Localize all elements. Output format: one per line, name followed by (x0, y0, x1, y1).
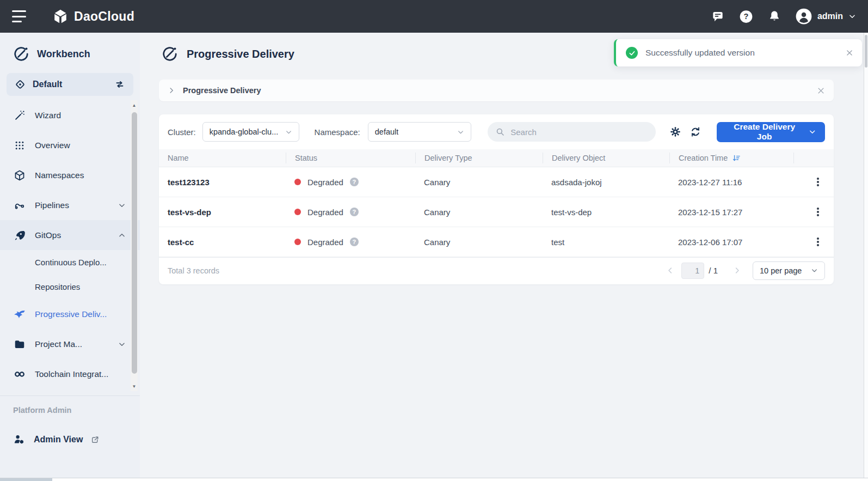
status-help-icon[interactable]: ? (350, 238, 359, 246)
next-page-icon[interactable] (731, 266, 743, 275)
daocloud-cube-icon (52, 8, 69, 25)
infinity-icon (13, 368, 26, 381)
sidebar-scrollbar[interactable]: ▲ ▼ (131, 100, 138, 391)
chevron-down-icon (118, 202, 126, 209)
sidebar-item-label: Namespaces (35, 171, 84, 180)
avatar (796, 8, 812, 25)
row-actions (793, 175, 834, 188)
table-row[interactable]: test123123 Degraded ? Canary asdsada-jok… (159, 167, 834, 197)
navbar-actions: ? admin (711, 8, 856, 25)
scroll-up-icon[interactable]: ▲ (131, 101, 138, 109)
success-check-icon (626, 47, 638, 59)
status-label: Degraded (307, 238, 343, 247)
create-delivery-job-button[interactable]: Create Delivery Job (717, 122, 825, 142)
scroll-down-icon[interactable]: ▼ (131, 382, 138, 390)
sidebar-item-toolchain-integration[interactable]: Toolchain Integrat... (0, 359, 140, 389)
pipeline-icon (13, 199, 26, 211)
messages-icon[interactable] (711, 9, 725, 23)
workspace-name: Default (33, 80, 62, 89)
sidebar-item-gitops[interactable]: GitOps (0, 220, 140, 250)
scrollbar-thumb[interactable] (0, 478, 52, 481)
sidebar-item-namespaces[interactable]: Namespaces (0, 160, 140, 190)
job-name[interactable]: test-cc (159, 238, 286, 247)
workbench-icon (13, 46, 29, 62)
search-input[interactable] (510, 127, 641, 137)
delivery-type: Canary (415, 238, 543, 247)
sidebar-item-overview[interactable]: Overview (0, 130, 140, 160)
status-dot-degraded (294, 239, 301, 245)
namespace-select[interactable]: default (368, 122, 471, 142)
table-row[interactable]: test-cc Degraded ? Canary test 2023-12-0… (159, 227, 834, 257)
chevron-down-icon (285, 129, 292, 136)
page-number-input[interactable] (681, 263, 704, 279)
platform-admin-label: Platform Admin (0, 396, 140, 415)
sidebar-item-admin-view[interactable]: Admin View (0, 415, 140, 446)
sidebar-item-continuous-deployment[interactable]: Continuous Deplo... (0, 250, 140, 275)
breadcrumb-close-icon[interactable] (817, 87, 825, 95)
status-help-icon[interactable]: ? (350, 178, 359, 186)
column-header-actions (793, 153, 834, 163)
namespace-select-value: default (375, 127, 399, 136)
page-horizontal-scrollbar[interactable] (0, 478, 868, 481)
sidebar-item-label: Toolchain Integrat... (35, 369, 108, 379)
sidebar-item-label: Progressive Deliv... (35, 309, 107, 319)
wand-icon (13, 109, 26, 121)
cluster-label: Cluster: (168, 127, 196, 137)
sidebar-item-label: Overview (35, 141, 70, 150)
job-name[interactable]: test-vs-dep (159, 208, 286, 217)
toast-close-icon[interactable] (846, 49, 853, 57)
per-page-select[interactable]: 10 per page (753, 261, 825, 280)
sidebar-item-pipelines[interactable]: Pipelines (0, 190, 140, 220)
creation-time: 2023-12-15 17:27 (669, 208, 793, 217)
sidebar-item-label: Repositories (35, 282, 80, 291)
notifications-bell-icon[interactable] (767, 9, 781, 23)
scrollbar-thumb[interactable] (865, 35, 867, 68)
settings-gear-icon[interactable] (668, 124, 684, 140)
table-footer: Total 3 records / 1 10 per page (159, 257, 834, 283)
user-menu[interactable]: admin (796, 8, 856, 25)
column-header-creation-time[interactable]: Creation Time (669, 153, 793, 163)
search-box[interactable] (488, 122, 656, 142)
help-icon[interactable]: ? (739, 9, 753, 23)
kebab-menu-icon[interactable] (815, 205, 821, 218)
status-help-icon[interactable]: ? (350, 208, 359, 216)
kebab-menu-icon[interactable] (815, 175, 821, 188)
breadcrumb-chevron-icon[interactable] (168, 87, 175, 94)
scrollbar-thumb[interactable] (132, 112, 137, 374)
cluster-select[interactable]: kpanda-global-clu... (202, 122, 299, 142)
admin-view-label: Admin View (34, 435, 83, 445)
kebab-menu-icon[interactable] (815, 235, 821, 248)
sidebar-item-progressive-delivery[interactable]: Progressive Deliv... (0, 299, 140, 329)
workspace-selector[interactable]: Default (7, 73, 133, 96)
search-icon (495, 127, 505, 137)
column-header-name[interactable]: Name (159, 153, 286, 163)
creation-time: 2023-12-27 11:16 (669, 178, 793, 187)
workbench-header[interactable]: Workbench (0, 33, 140, 72)
column-header-delivery-type[interactable]: Delivery Type (415, 153, 543, 163)
sidebar-item-project-management[interactable]: Project Ma... (0, 329, 140, 359)
breadcrumb-label[interactable]: Progressive Delivery (183, 86, 261, 95)
status-dot-degraded (294, 179, 301, 185)
creation-time: 2023-12-06 17:07 (669, 238, 793, 247)
previous-page-icon[interactable] (664, 266, 676, 275)
delivery-object: test-vs-dep (543, 208, 669, 217)
folder-icon (13, 338, 26, 350)
grid-icon (13, 140, 26, 151)
username-label: admin (817, 11, 843, 21)
table-header: Name Status Delivery Type Delivery Objec… (159, 149, 834, 167)
table-row[interactable]: test-vs-dep Degraded ? Canary test-vs-de… (159, 197, 834, 227)
column-header-delivery-object[interactable]: Delivery Object (543, 153, 669, 163)
status-label: Degraded (307, 178, 343, 187)
column-header-status[interactable]: Status (286, 153, 415, 163)
hamburger-menu-icon[interactable] (12, 10, 28, 22)
sort-descending-icon[interactable] (732, 154, 741, 163)
switch-workspace-icon[interactable] (114, 78, 126, 90)
job-name[interactable]: test123123 (159, 178, 286, 187)
page-vertical-scrollbar[interactable] (864, 33, 868, 478)
sidebar-item-wizard[interactable]: Wizard (0, 100, 140, 130)
create-delivery-job-label: Create Delivery Job (727, 122, 803, 142)
chevron-down-icon (811, 267, 818, 274)
brand-logo[interactable]: DaoCloud (52, 8, 134, 25)
refresh-icon[interactable] (688, 124, 704, 140)
sidebar-item-repositories[interactable]: Repositories (0, 275, 140, 299)
